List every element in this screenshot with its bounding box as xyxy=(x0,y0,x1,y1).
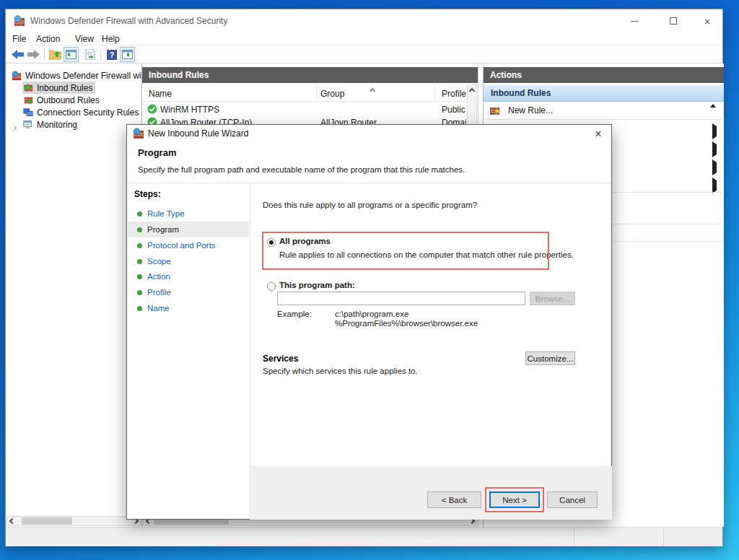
tree-item-monitoring[interactable]: Monitoring xyxy=(6,118,142,131)
console-window-icon xyxy=(66,50,76,59)
sort-ascending-icon xyxy=(370,88,375,94)
step-rule-type[interactable]: Rule Type xyxy=(128,206,249,222)
scroll-up-icon[interactable] xyxy=(468,86,476,96)
program-path-input[interactable] xyxy=(277,292,525,305)
customize-button[interactable]: Customize... xyxy=(525,351,575,365)
dialog-title: New Inbound Rule Wizard xyxy=(148,128,248,139)
all-programs-label: All programs xyxy=(279,237,331,245)
close-button[interactable]: × xyxy=(691,9,724,32)
submenu-arrow-icon xyxy=(712,180,717,191)
rule-row[interactable]: WinRM HTTPS Public xyxy=(142,103,466,116)
expander-chevron-icon[interactable] xyxy=(12,122,16,132)
back-arrow-icon xyxy=(12,50,24,59)
dialog-title-bar[interactable]: New Inbound Rule Wizard × xyxy=(127,125,611,143)
cancel-button[interactable]: Cancel xyxy=(547,491,598,508)
dialog-close-icon[interactable]: × xyxy=(587,126,609,141)
menu-view[interactable]: View xyxy=(75,33,94,45)
action-new-rule[interactable]: New Rule... xyxy=(484,102,724,119)
menu-file[interactable]: File xyxy=(12,33,26,45)
column-profile[interactable]: Profile xyxy=(442,89,466,99)
tree-item-connection-security-rules[interactable]: Connection Security Rules xyxy=(6,106,142,118)
step-bullet-icon xyxy=(137,274,142,279)
scrollbar-thumb[interactable] xyxy=(22,517,72,525)
firewall-icon xyxy=(11,71,22,81)
console-tree-toggle-button[interactable] xyxy=(64,47,79,62)
column-divider[interactable] xyxy=(316,86,317,100)
menu-help[interactable]: Help xyxy=(102,33,120,45)
enabled-check-icon xyxy=(147,104,157,114)
forward-button[interactable] xyxy=(26,47,41,62)
column-name[interactable]: Name xyxy=(149,89,172,99)
all-programs-radio[interactable] xyxy=(267,238,276,247)
step-action[interactable]: Action xyxy=(128,268,249,284)
tree-root-firewall[interactable]: Windows Defender Firewall with Advanced … xyxy=(6,69,142,82)
back-button[interactable] xyxy=(10,47,25,62)
export-list-icon xyxy=(85,49,97,60)
program-path-radio[interactable] xyxy=(267,282,276,291)
program-path-label: This program path: xyxy=(279,281,355,289)
connection-security-icon xyxy=(22,108,34,118)
step-protocol-and-ports[interactable]: Protocol and Ports xyxy=(128,237,249,253)
window-title: Windows Defender Firewall with Advanced … xyxy=(30,16,227,26)
toolbar-separator xyxy=(44,48,45,61)
help-icon: ? xyxy=(107,50,117,60)
step-scope[interactable]: Scope xyxy=(128,253,249,269)
services-heading: Services xyxy=(263,354,298,364)
step-name[interactable]: Name xyxy=(128,300,249,316)
steps-label: Steps: xyxy=(134,189,161,199)
example-path-1: c:\path\program.exe xyxy=(335,310,408,318)
wizard-page-subheading: Specify the full program path and execut… xyxy=(138,165,465,174)
tree-horizontal-scrollbar[interactable] xyxy=(6,516,141,526)
new-inbound-rule-wizard-dialog: New Inbound Rule Wizard × Program Specif… xyxy=(126,124,612,520)
status-bar-divider xyxy=(663,528,664,546)
step-program[interactable]: Program xyxy=(128,222,249,237)
menu-action[interactable]: Action xyxy=(36,33,60,45)
inbound-rules-icon xyxy=(22,83,34,93)
status-bar xyxy=(6,527,722,546)
action-pane-toggle-button[interactable] xyxy=(120,47,135,62)
toolbar-separator xyxy=(100,48,101,61)
example-path-2: %ProgramFiles%\browser\browser.exe xyxy=(335,319,478,328)
panel-title: Inbound Rules xyxy=(142,67,478,83)
help-button[interactable]: ? xyxy=(104,47,119,62)
step-bullet-icon xyxy=(137,227,142,232)
wizard-question: Does this rule apply to all programs or … xyxy=(263,201,477,209)
maximize-button[interactable] xyxy=(657,9,690,32)
header-divider xyxy=(127,183,611,183)
step-profile[interactable]: Profile xyxy=(128,284,249,300)
submenu-arrow-icon xyxy=(712,144,717,154)
actions-section-header[interactable]: Inbound Rules xyxy=(484,85,724,102)
rule-profile: Public xyxy=(442,105,466,115)
desktop-background: Windows Defender Firewall with Advanced … xyxy=(0,0,739,560)
menu-bar: File Action View Help xyxy=(6,32,722,45)
services-description: Specify which services this rule applies… xyxy=(263,367,418,375)
forward-arrow-icon xyxy=(27,50,40,59)
outbound-rules-icon xyxy=(22,95,34,105)
new-rule-icon xyxy=(489,105,501,116)
folder-up-icon xyxy=(49,49,61,60)
step-bullet-icon xyxy=(137,243,142,248)
next-button[interactable]: Next > xyxy=(489,491,540,508)
minimize-button[interactable] xyxy=(618,9,651,32)
scroll-left-icon[interactable] xyxy=(7,517,17,525)
export-list-button[interactable] xyxy=(83,47,98,62)
column-group[interactable]: Group xyxy=(320,89,344,99)
example-label: Example: xyxy=(277,310,312,318)
submenu-arrow-icon xyxy=(712,162,717,172)
column-divider[interactable] xyxy=(434,86,435,100)
back-button[interactable]: < Back xyxy=(427,491,481,508)
column-header-row: Name Group Profile xyxy=(142,84,466,102)
tree-item-outbound-rules[interactable]: Outbound Rules xyxy=(6,94,142,106)
firewall-dialog-icon xyxy=(133,128,144,139)
browse-button[interactable]: Browse... xyxy=(530,292,575,305)
monitoring-icon xyxy=(22,120,34,130)
all-programs-description: Rule applies to all connections on the c… xyxy=(279,250,574,259)
step-bullet-icon xyxy=(137,211,142,216)
step-bullet-icon xyxy=(137,306,142,311)
step-bullet-icon xyxy=(137,290,142,295)
show-hide-tree-button[interactable] xyxy=(48,47,63,62)
actions-title: Actions xyxy=(484,67,724,83)
firewall-app-icon xyxy=(14,15,25,27)
title-bar[interactable]: Windows Defender Firewall with Advanced … xyxy=(6,9,722,32)
tree-item-inbound-rules[interactable]: Inbound Rules xyxy=(6,82,142,94)
